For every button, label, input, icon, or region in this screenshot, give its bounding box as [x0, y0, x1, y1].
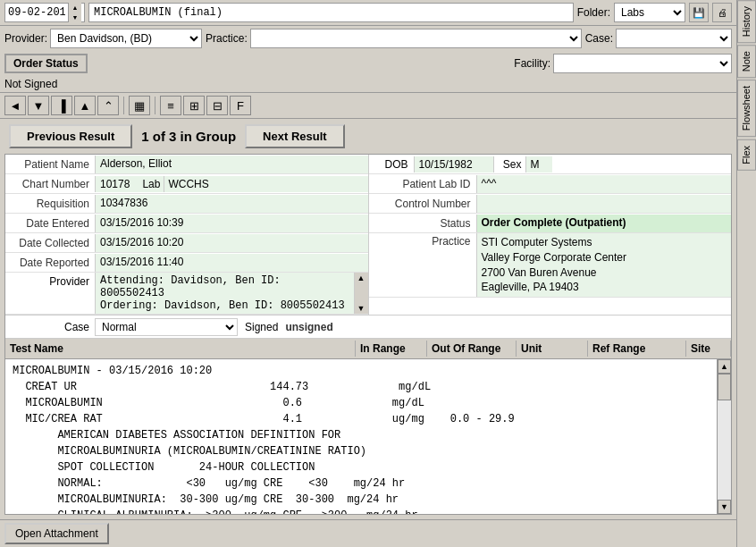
result-line-0: MICROALBUMIN - 03/15/2016 10:20 — [13, 363, 710, 379]
provider-section: Provider: Ben Davidson, (BD) — [4, 29, 202, 48]
patient-name-label: Patient Name — [5, 158, 95, 171]
toolbar-chevron-btn[interactable]: ⌃ — [97, 96, 119, 115]
provider-scroll-down[interactable]: ▼ — [355, 303, 368, 314]
prev-result-button[interactable]: Previous Result — [9, 124, 132, 148]
case-row-label: Case — [5, 321, 95, 333]
control-number-label: Control Number — [369, 198, 476, 210]
result-line-2: CREAT UR 144.73 mg/dL — [13, 379, 710, 395]
practice-address-row: Practice STI Computer Systems Valley For… — [369, 233, 732, 298]
main-container: 09-02-2016 ▲ ▼ Folder: Labs 💾 🖨 Provider… — [0, 0, 756, 547]
case-select[interactable] — [616, 29, 732, 48]
toolbar-left-btn[interactable]: ◄ — [4, 96, 26, 115]
lab-value: WCCHS — [164, 176, 212, 192]
save-icon-btn[interactable]: 💾 — [689, 3, 709, 22]
requisition-row: Requisition 10347836 — [5, 194, 368, 214]
date-input[interactable]: 09-02-2016 — [5, 5, 68, 20]
control-number-value — [476, 195, 732, 213]
provider-scroll-btns: ▲ ▼ — [354, 273, 368, 314]
provider-attending: Attending: Davidson, Ben ID: 8005502413 — [100, 274, 349, 299]
provider-scroll-up[interactable]: ▲ — [355, 273, 368, 283]
right-tabs: History Note Flowsheet Flex — [736, 0, 756, 547]
provider-label: Provider: — [4, 32, 47, 45]
toolbar-f-btn[interactable]: F — [230, 96, 251, 115]
date-collected-value: 03/15/2016 10:20 — [95, 234, 368, 252]
folder-section: Folder: Labs 💾 🖨 — [577, 3, 732, 22]
folder-select[interactable]: Labs — [614, 3, 685, 22]
toolbar-bar-right-btn[interactable]: ▐ — [51, 96, 72, 115]
results-content: MICROALBUMIN - 03/15/2016 10:20 CREAT UR… — [5, 359, 717, 514]
date-collected-label: Date Collected — [5, 237, 95, 249]
patient-lab-id-row: Patient Lab ID ^^^ — [369, 174, 732, 194]
status-value-row: Status Order Complete (Outpatient) — [369, 214, 732, 233]
status-text: Not Signed — [4, 78, 57, 90]
patient-lab-id-value: ^^^ — [476, 175, 732, 193]
patient-info-top: Patient Name Alderson, Elliot Chart Numb… — [5, 155, 731, 316]
scroll-up-btn[interactable]: ▲ — [718, 359, 731, 374]
group-label: 1 of 3 in Group — [141, 129, 236, 144]
practice-select[interactable] — [250, 29, 582, 48]
second-row: Provider: Ben Davidson, (BD) Practice: C… — [0, 26, 736, 51]
scroll-down-btn[interactable]: ▼ — [718, 500, 731, 514]
requisition-value: 10347836 — [95, 195, 368, 213]
sex-label: Sex — [494, 158, 525, 171]
toolbar-bar-up-btn[interactable]: ▲ — [74, 96, 96, 115]
requisition-label: Requisition — [5, 198, 95, 210]
flowsheet-tab[interactable]: Flowsheet — [737, 80, 756, 137]
provider-text-area: Attending: Davidson, Ben ID: 8005502413 … — [95, 273, 354, 314]
date-up-btn[interactable]: ▲ — [69, 3, 81, 13]
top-bar: 09-02-2016 ▲ ▼ Folder: Labs 💾 🖨 — [0, 0, 736, 26]
right-column: DOB 10/15/1982 Sex M Patient Lab ID ^^^ … — [369, 155, 732, 315]
col-site: Site — [686, 341, 731, 357]
status-row: Not Signed — [0, 76, 736, 92]
date-reported-row: Date Reported 03/15/2016 11:40 — [5, 253, 368, 273]
results-body: MICROALBUMIN - 03/15/2016 10:20 CREAT UR… — [5, 359, 731, 514]
result-line-3: MICROALBUMIN 0.6 mg/dL — [13, 395, 710, 411]
practice-section: Practice: — [206, 29, 582, 48]
date-field[interactable]: 09-02-2016 ▲ ▼ — [4, 3, 85, 22]
open-attachment-button[interactable]: Open Attachment — [4, 523, 109, 544]
note-tab[interactable]: Note — [737, 45, 756, 78]
result-line-6: AMERICAN DIABETES ASSOCIATION DEFINITION… — [13, 427, 710, 443]
control-number-row: Control Number — [369, 194, 732, 214]
facility-select[interactable] — [553, 54, 732, 73]
toolbar-filter-btn[interactable]: ⊞ — [183, 96, 205, 115]
toolbar: ◄ ▼ ▐ ▲ ⌃ ▦ ≡ ⊞ ⊟ F — [0, 92, 736, 119]
toolbar-down-btn[interactable]: ▼ — [28, 96, 49, 115]
provider-row: Provider Attending: Davidson, Ben ID: 80… — [5, 273, 368, 315]
practice-line-2: Valley Forge Corporate Center — [482, 250, 727, 265]
date-down-btn[interactable]: ▼ — [69, 13, 81, 22]
flex-tab[interactable]: Flex — [737, 139, 756, 171]
toolbar-calendar-btn[interactable]: ▦ — [129, 96, 150, 115]
patient-lab-id-label: Patient Lab ID — [369, 178, 476, 190]
date-entered-label: Date Entered — [5, 217, 95, 230]
result-line-9: NORMAL: <30 ug/mg CRE <30 mg/24 hr — [13, 475, 710, 492]
col-ref-range: Ref Range — [588, 341, 686, 357]
order-status-button[interactable]: Order Status — [4, 54, 88, 73]
chart-number-value: 10178 — [96, 176, 134, 192]
patient-name-row: Patient Name Alderson, Elliot — [5, 155, 368, 174]
toolbar-table-btn[interactable]: ⊟ — [206, 96, 228, 115]
col-test-name: Test Name — [5, 341, 356, 357]
date-collected-row: Date Collected 03/15/2016 10:20 — [5, 233, 368, 253]
toolbar-list-btn[interactable]: ≡ — [160, 96, 181, 115]
case-dropdown[interactable]: Normal — [95, 318, 238, 336]
status-inline-label: Status — [369, 217, 476, 230]
facility-label: Facility: — [514, 57, 550, 70]
date-reported-value: 03/15/2016 11:40 — [95, 254, 368, 272]
title-field[interactable] — [88, 3, 574, 22]
result-line-7: MICROALBUMINURIA (MICROALBUMIN/CREATININ… — [13, 443, 710, 459]
result-line-8: SPOT COLLECTION 24-HOUR COLLECTION — [13, 459, 710, 475]
scroll-thumb[interactable] — [718, 374, 731, 400]
chart-lab-inline: 10178 Lab WCCHS — [95, 176, 368, 192]
practice-inline-label: Practice — [369, 233, 476, 248]
folder-label: Folder: — [577, 6, 610, 19]
date-spinners: ▲ ▼ — [68, 3, 81, 22]
next-result-button[interactable]: Next Result — [245, 124, 345, 148]
provider-select[interactable]: Ben Davidson, (BD) — [50, 29, 202, 48]
practice-address: STI Computer Systems Valley Forge Corpor… — [476, 233, 732, 297]
sex-value: M — [525, 156, 552, 173]
print-icon-btn[interactable]: 🖨 — [712, 3, 732, 22]
signed-value: unsigned — [285, 321, 332, 333]
date-entered-value: 03/15/2016 10:39 — [95, 215, 368, 232]
history-tab[interactable]: History — [737, 0, 756, 43]
